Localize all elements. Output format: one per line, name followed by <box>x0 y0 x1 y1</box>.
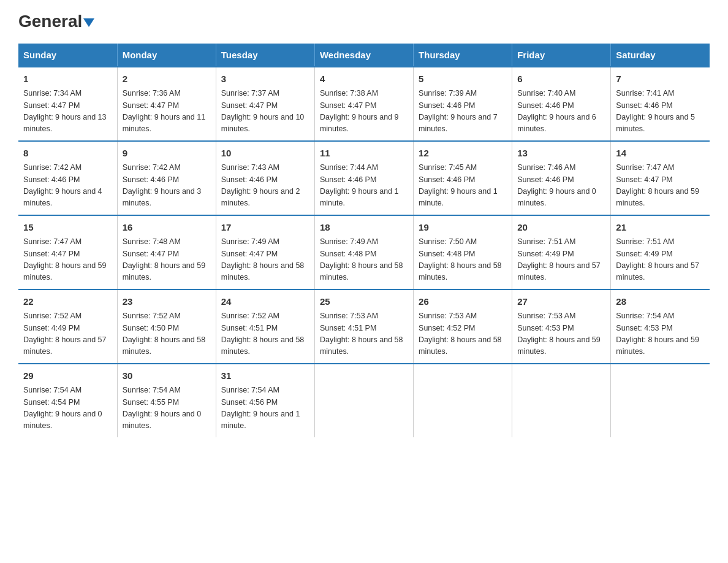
day-info: Sunrise: 7:41 AMSunset: 4:46 PMDaylight:… <box>616 88 705 136</box>
day-number: 1 <box>23 72 112 86</box>
logo: General <box>18 12 94 31</box>
day-number: 20 <box>517 221 605 235</box>
day-info: Sunrise: 7:48 AMSunset: 4:47 PMDaylight:… <box>123 236 211 284</box>
day-cell: 16Sunrise: 7:48 AMSunset: 4:47 PMDayligh… <box>117 215 216 289</box>
day-cell: 30Sunrise: 7:54 AMSunset: 4:55 PMDayligh… <box>117 364 216 437</box>
day-info: Sunrise: 7:49 AMSunset: 4:47 PMDaylight:… <box>221 236 309 284</box>
day-number: 4 <box>320 72 408 86</box>
day-cell: 31Sunrise: 7:54 AMSunset: 4:56 PMDayligh… <box>216 364 314 437</box>
day-number: 3 <box>221 72 309 86</box>
day-cell: 23Sunrise: 7:52 AMSunset: 4:50 PMDayligh… <box>117 289 216 364</box>
day-cell: 25Sunrise: 7:53 AMSunset: 4:51 PMDayligh… <box>314 289 413 364</box>
day-cell: 10Sunrise: 7:43 AMSunset: 4:46 PMDayligh… <box>216 141 314 215</box>
day-number: 10 <box>221 147 309 161</box>
day-number: 14 <box>616 147 705 161</box>
day-cell <box>611 364 710 437</box>
logo-line1: General <box>18 12 94 31</box>
calendar-body: 1Sunrise: 7:34 AMSunset: 4:47 PMDaylight… <box>18 67 710 437</box>
day-info: Sunrise: 7:39 AMSunset: 4:46 PMDaylight:… <box>419 88 507 136</box>
day-info: Sunrise: 7:44 AMSunset: 4:46 PMDaylight:… <box>320 162 408 210</box>
day-info: Sunrise: 7:53 AMSunset: 4:52 PMDaylight:… <box>419 310 507 358</box>
day-cell: 6Sunrise: 7:40 AMSunset: 4:46 PMDaylight… <box>512 67 611 141</box>
day-info: Sunrise: 7:51 AMSunset: 4:49 PMDaylight:… <box>517 236 605 284</box>
day-info: Sunrise: 7:52 AMSunset: 4:49 PMDaylight:… <box>23 310 112 358</box>
day-info: Sunrise: 7:34 AMSunset: 4:47 PMDaylight:… <box>23 88 112 136</box>
day-number: 24 <box>221 295 309 309</box>
day-number: 26 <box>419 295 507 309</box>
day-info: Sunrise: 7:53 AMSunset: 4:51 PMDaylight:… <box>320 310 408 358</box>
day-cell: 27Sunrise: 7:53 AMSunset: 4:53 PMDayligh… <box>512 289 611 364</box>
day-number: 8 <box>23 147 112 161</box>
day-number: 11 <box>320 147 408 161</box>
day-info: Sunrise: 7:54 AMSunset: 4:56 PMDaylight:… <box>221 385 309 432</box>
day-info: Sunrise: 7:36 AMSunset: 4:47 PMDaylight:… <box>123 88 211 136</box>
day-info: Sunrise: 7:45 AMSunset: 4:46 PMDaylight:… <box>419 162 507 210</box>
day-info: Sunrise: 7:43 AMSunset: 4:46 PMDaylight:… <box>221 162 309 210</box>
day-number: 7 <box>616 72 705 86</box>
day-cell: 11Sunrise: 7:44 AMSunset: 4:46 PMDayligh… <box>314 141 413 215</box>
week-row-3: 15Sunrise: 7:47 AMSunset: 4:47 PMDayligh… <box>18 215 710 289</box>
day-number: 31 <box>221 369 309 383</box>
day-number: 15 <box>23 221 112 235</box>
day-number: 21 <box>616 221 705 235</box>
header-cell-monday: Monday <box>117 44 216 67</box>
header-cell-sunday: Sunday <box>18 44 117 67</box>
day-number: 28 <box>616 295 705 309</box>
day-cell: 19Sunrise: 7:50 AMSunset: 4:48 PMDayligh… <box>414 215 512 289</box>
day-number: 25 <box>320 295 408 309</box>
day-cell: 8Sunrise: 7:42 AMSunset: 4:46 PMDaylight… <box>18 141 117 215</box>
day-number: 2 <box>123 72 211 86</box>
header-cell-friday: Friday <box>512 44 611 67</box>
day-info: Sunrise: 7:42 AMSunset: 4:46 PMDaylight:… <box>23 162 112 210</box>
header-cell-saturday: Saturday <box>611 44 710 67</box>
day-number: 6 <box>517 72 605 86</box>
header-cell-wednesday: Wednesday <box>314 44 413 67</box>
day-cell: 3Sunrise: 7:37 AMSunset: 4:47 PMDaylight… <box>216 67 314 141</box>
day-info: Sunrise: 7:51 AMSunset: 4:49 PMDaylight:… <box>616 236 705 284</box>
day-cell: 5Sunrise: 7:39 AMSunset: 4:46 PMDaylight… <box>414 67 512 141</box>
day-cell: 20Sunrise: 7:51 AMSunset: 4:49 PMDayligh… <box>512 215 611 289</box>
day-info: Sunrise: 7:54 AMSunset: 4:53 PMDaylight:… <box>616 310 705 358</box>
day-cell <box>512 364 611 437</box>
week-row-2: 8Sunrise: 7:42 AMSunset: 4:46 PMDaylight… <box>18 141 710 215</box>
day-info: Sunrise: 7:53 AMSunset: 4:53 PMDaylight:… <box>517 310 605 358</box>
day-number: 23 <box>123 295 211 309</box>
day-number: 16 <box>123 221 211 235</box>
day-number: 30 <box>123 369 211 383</box>
day-number: 5 <box>419 72 507 86</box>
day-cell: 29Sunrise: 7:54 AMSunset: 4:54 PMDayligh… <box>18 364 117 437</box>
day-info: Sunrise: 7:42 AMSunset: 4:46 PMDaylight:… <box>123 162 211 210</box>
day-info: Sunrise: 7:47 AMSunset: 4:47 PMDaylight:… <box>23 236 112 284</box>
day-info: Sunrise: 7:46 AMSunset: 4:46 PMDaylight:… <box>517 162 605 210</box>
week-row-1: 1Sunrise: 7:34 AMSunset: 4:47 PMDaylight… <box>18 67 710 141</box>
day-cell: 28Sunrise: 7:54 AMSunset: 4:53 PMDayligh… <box>611 289 710 364</box>
header-row: SundayMondayTuesdayWednesdayThursdayFrid… <box>18 44 710 67</box>
day-number: 17 <box>221 221 309 235</box>
day-info: Sunrise: 7:54 AMSunset: 4:55 PMDaylight:… <box>123 385 211 432</box>
day-info: Sunrise: 7:47 AMSunset: 4:47 PMDaylight:… <box>616 162 705 210</box>
day-cell: 24Sunrise: 7:52 AMSunset: 4:51 PMDayligh… <box>216 289 314 364</box>
day-info: Sunrise: 7:52 AMSunset: 4:50 PMDaylight:… <box>123 310 211 358</box>
day-cell: 15Sunrise: 7:47 AMSunset: 4:47 PMDayligh… <box>18 215 117 289</box>
day-info: Sunrise: 7:40 AMSunset: 4:46 PMDaylight:… <box>517 88 605 136</box>
day-cell: 22Sunrise: 7:52 AMSunset: 4:49 PMDayligh… <box>18 289 117 364</box>
day-cell: 12Sunrise: 7:45 AMSunset: 4:46 PMDayligh… <box>414 141 512 215</box>
day-cell: 18Sunrise: 7:49 AMSunset: 4:48 PMDayligh… <box>314 215 413 289</box>
header-cell-tuesday: Tuesday <box>216 44 314 67</box>
day-cell: 17Sunrise: 7:49 AMSunset: 4:47 PMDayligh… <box>216 215 314 289</box>
svg-marker-0 <box>83 18 94 27</box>
day-number: 22 <box>23 295 112 309</box>
page-header: General <box>18 12 710 31</box>
day-cell: 2Sunrise: 7:36 AMSunset: 4:47 PMDaylight… <box>117 67 216 141</box>
day-cell: 14Sunrise: 7:47 AMSunset: 4:47 PMDayligh… <box>611 141 710 215</box>
day-info: Sunrise: 7:52 AMSunset: 4:51 PMDaylight:… <box>221 310 309 358</box>
day-cell: 21Sunrise: 7:51 AMSunset: 4:49 PMDayligh… <box>611 215 710 289</box>
week-row-5: 29Sunrise: 7:54 AMSunset: 4:54 PMDayligh… <box>18 364 710 437</box>
day-number: 18 <box>320 221 408 235</box>
week-row-4: 22Sunrise: 7:52 AMSunset: 4:49 PMDayligh… <box>18 289 710 364</box>
day-info: Sunrise: 7:37 AMSunset: 4:47 PMDaylight:… <box>221 88 309 136</box>
day-cell: 4Sunrise: 7:38 AMSunset: 4:47 PMDaylight… <box>314 67 413 141</box>
day-info: Sunrise: 7:50 AMSunset: 4:48 PMDaylight:… <box>419 236 507 284</box>
day-number: 29 <box>23 369 112 383</box>
day-info: Sunrise: 7:38 AMSunset: 4:47 PMDaylight:… <box>320 88 408 136</box>
